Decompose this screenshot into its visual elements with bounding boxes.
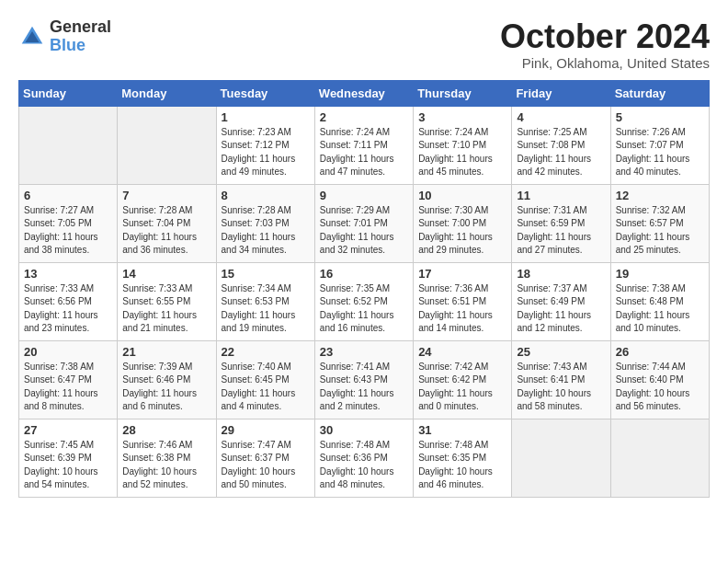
- calendar-cell: 13Sunrise: 7:33 AMSunset: 6:56 PMDayligh…: [19, 262, 118, 340]
- day-info: Sunrise: 7:43 AMSunset: 6:41 PMDaylight:…: [517, 361, 605, 414]
- day-number: 8: [222, 189, 310, 202]
- day-number: 29: [222, 423, 310, 437]
- calendar-cell: 7Sunrise: 7:28 AMSunset: 7:04 PMDaylight…: [118, 184, 216, 262]
- day-info: Sunrise: 7:35 AMSunset: 6:52 PMDaylight:…: [320, 282, 408, 336]
- calendar-cell: 22Sunrise: 7:40 AMSunset: 6:45 PMDayligh…: [216, 340, 314, 419]
- day-info: Sunrise: 7:31 AMSunset: 6:59 PMDaylight:…: [517, 204, 605, 258]
- logo-general-text: General: [50, 18, 111, 37]
- day-info: Sunrise: 7:32 AMSunset: 6:57 PMDaylight:…: [616, 204, 704, 258]
- day-number: 13: [24, 267, 112, 281]
- day-number: 31: [418, 423, 506, 437]
- calendar-cell: 31Sunrise: 7:48 AMSunset: 6:35 PMDayligh…: [414, 419, 512, 497]
- calendar-cell: [19, 106, 118, 184]
- calendar-title: October 2024: [500, 18, 710, 55]
- day-info: Sunrise: 7:28 AMSunset: 7:03 PMDaylight:…: [222, 204, 310, 258]
- day-number: 25: [517, 345, 605, 359]
- week-row-3: 13Sunrise: 7:33 AMSunset: 6:56 PMDayligh…: [19, 262, 710, 340]
- title-block: October 2024 Pink, Oklahoma, United Stat…: [500, 18, 710, 71]
- week-row-4: 20Sunrise: 7:38 AMSunset: 6:47 PMDayligh…: [19, 340, 710, 419]
- week-row-5: 27Sunrise: 7:45 AMSunset: 6:39 PMDayligh…: [19, 419, 710, 497]
- day-number: 27: [24, 423, 112, 437]
- calendar-cell: 9Sunrise: 7:29 AMSunset: 7:01 PMDaylight…: [314, 184, 413, 262]
- calendar-cell: 14Sunrise: 7:33 AMSunset: 6:55 PMDayligh…: [118, 262, 216, 340]
- day-number: 7: [122, 189, 210, 202]
- calendar-cell: 3Sunrise: 7:24 AMSunset: 7:10 PMDaylight…: [414, 106, 512, 184]
- calendar-cell: 27Sunrise: 7:45 AMSunset: 6:39 PMDayligh…: [19, 419, 118, 497]
- day-info: Sunrise: 7:38 AMSunset: 6:48 PMDaylight:…: [616, 282, 704, 336]
- calendar-cell: 21Sunrise: 7:39 AMSunset: 6:46 PMDayligh…: [118, 340, 216, 419]
- day-number: 1: [222, 110, 310, 124]
- header-day-wednesday: Wednesday: [314, 80, 413, 106]
- day-info: Sunrise: 7:33 AMSunset: 6:55 PMDaylight:…: [122, 282, 210, 336]
- day-info: Sunrise: 7:29 AMSunset: 7:01 PMDaylight:…: [320, 204, 408, 258]
- day-info: Sunrise: 7:28 AMSunset: 7:04 PMDaylight:…: [122, 204, 210, 258]
- day-number: 5: [616, 110, 704, 124]
- day-info: Sunrise: 7:40 AMSunset: 6:45 PMDaylight:…: [222, 361, 310, 414]
- header-day-thursday: Thursday: [414, 80, 512, 106]
- day-number: 17: [418, 267, 506, 281]
- day-info: Sunrise: 7:44 AMSunset: 6:40 PMDaylight:…: [616, 361, 704, 414]
- day-info: Sunrise: 7:37 AMSunset: 6:49 PMDaylight:…: [517, 282, 605, 336]
- day-info: Sunrise: 7:24 AMSunset: 7:10 PMDaylight:…: [418, 126, 506, 179]
- day-info: Sunrise: 7:48 AMSunset: 6:36 PMDaylight:…: [320, 439, 408, 492]
- day-info: Sunrise: 7:25 AMSunset: 7:08 PMDaylight:…: [517, 126, 605, 179]
- day-number: 19: [616, 267, 704, 281]
- calendar-cell: 25Sunrise: 7:43 AMSunset: 6:41 PMDayligh…: [512, 340, 610, 419]
- calendar-cell: 18Sunrise: 7:37 AMSunset: 6:49 PMDayligh…: [512, 262, 610, 340]
- day-info: Sunrise: 7:41 AMSunset: 6:43 PMDaylight:…: [320, 361, 408, 414]
- day-number: 22: [222, 345, 310, 359]
- day-number: 14: [122, 267, 210, 281]
- calendar-cell: 29Sunrise: 7:47 AMSunset: 6:37 PMDayligh…: [216, 419, 314, 497]
- day-number: 3: [418, 110, 506, 124]
- day-info: Sunrise: 7:23 AMSunset: 7:12 PMDaylight:…: [222, 126, 310, 179]
- calendar-cell: 30Sunrise: 7:48 AMSunset: 6:36 PMDayligh…: [314, 419, 413, 497]
- calendar-cell: [610, 419, 709, 497]
- day-info: Sunrise: 7:47 AMSunset: 6:37 PMDaylight:…: [222, 439, 310, 492]
- calendar-cell: 6Sunrise: 7:27 AMSunset: 7:05 PMDaylight…: [19, 184, 118, 262]
- day-number: 10: [418, 189, 506, 202]
- calendar-body: 1Sunrise: 7:23 AMSunset: 7:12 PMDaylight…: [19, 106, 710, 497]
- day-number: 12: [616, 189, 704, 202]
- calendar-cell: 17Sunrise: 7:36 AMSunset: 6:51 PMDayligh…: [414, 262, 512, 340]
- day-info: Sunrise: 7:48 AMSunset: 6:35 PMDaylight:…: [418, 439, 506, 492]
- calendar-cell: 20Sunrise: 7:38 AMSunset: 6:47 PMDayligh…: [19, 340, 118, 419]
- calendar-cell: 26Sunrise: 7:44 AMSunset: 6:40 PMDayligh…: [610, 340, 709, 419]
- calendar-cell: 8Sunrise: 7:28 AMSunset: 7:03 PMDaylight…: [216, 184, 314, 262]
- day-number: 30: [320, 423, 408, 437]
- header-day-friday: Friday: [512, 80, 610, 106]
- calendar-cell: 12Sunrise: 7:32 AMSunset: 6:57 PMDayligh…: [610, 184, 709, 262]
- logo: General Blue: [18, 18, 111, 55]
- calendar-subtitle: Pink, Oklahoma, United States: [500, 55, 710, 71]
- day-number: 28: [122, 423, 210, 437]
- calendar-cell: 5Sunrise: 7:26 AMSunset: 7:07 PMDaylight…: [610, 106, 709, 184]
- calendar-cell: 1Sunrise: 7:23 AMSunset: 7:12 PMDaylight…: [216, 106, 314, 184]
- logo-icon: [18, 23, 46, 51]
- calendar-cell: [118, 106, 216, 184]
- calendar-cell: 11Sunrise: 7:31 AMSunset: 6:59 PMDayligh…: [512, 184, 610, 262]
- calendar-header: SundayMondayTuesdayWednesdayThursdayFrid…: [19, 80, 710, 106]
- calendar-cell: 15Sunrise: 7:34 AMSunset: 6:53 PMDayligh…: [216, 262, 314, 340]
- day-number: 9: [320, 189, 408, 202]
- header-day-saturday: Saturday: [610, 80, 709, 106]
- calendar-table: SundayMondayTuesdayWednesdayThursdayFrid…: [18, 80, 710, 498]
- header: General Blue October 2024 Pink, Oklahoma…: [18, 18, 710, 71]
- day-number: 11: [517, 189, 605, 202]
- calendar-cell: 4Sunrise: 7:25 AMSunset: 7:08 PMDaylight…: [512, 106, 610, 184]
- header-row: SundayMondayTuesdayWednesdayThursdayFrid…: [19, 80, 710, 106]
- day-number: 4: [517, 110, 605, 124]
- day-info: Sunrise: 7:24 AMSunset: 7:11 PMDaylight:…: [320, 126, 408, 179]
- day-number: 18: [517, 267, 605, 281]
- day-info: Sunrise: 7:36 AMSunset: 6:51 PMDaylight:…: [418, 282, 506, 336]
- day-number: 24: [418, 345, 506, 359]
- calendar-cell: 24Sunrise: 7:42 AMSunset: 6:42 PMDayligh…: [414, 340, 512, 419]
- day-number: 21: [122, 345, 210, 359]
- calendar-cell: 16Sunrise: 7:35 AMSunset: 6:52 PMDayligh…: [314, 262, 413, 340]
- calendar-cell: 2Sunrise: 7:24 AMSunset: 7:11 PMDaylight…: [314, 106, 413, 184]
- page-container: General Blue October 2024 Pink, Oklahoma…: [18, 18, 710, 498]
- day-info: Sunrise: 7:42 AMSunset: 6:42 PMDaylight:…: [418, 361, 506, 414]
- day-info: Sunrise: 7:45 AMSunset: 6:39 PMDaylight:…: [24, 439, 112, 492]
- calendar-cell: 10Sunrise: 7:30 AMSunset: 7:00 PMDayligh…: [414, 184, 512, 262]
- day-number: 6: [24, 189, 112, 202]
- logo-blue-text: Blue: [50, 37, 111, 55]
- header-day-sunday: Sunday: [19, 80, 118, 106]
